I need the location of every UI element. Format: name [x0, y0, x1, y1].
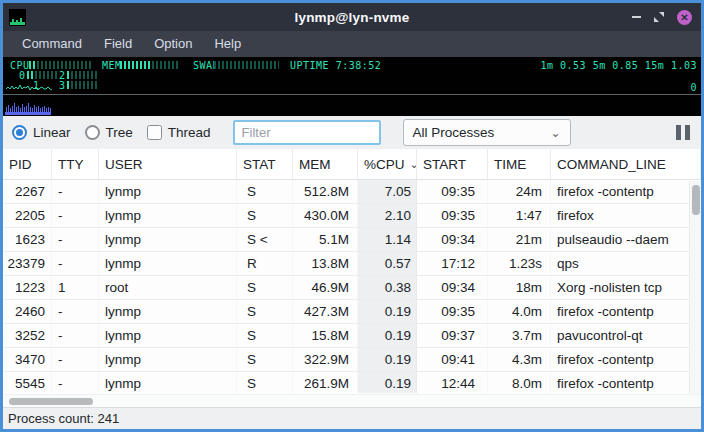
cell-command-line: firefox	[551, 204, 701, 227]
process-scope-select[interactable]: All Processes ⌄	[403, 119, 571, 146]
cell-tty: -	[52, 252, 99, 275]
cell-pid: 1223	[3, 276, 52, 299]
cell-pid: 3252	[3, 324, 52, 347]
restore-down-icon	[653, 11, 665, 23]
cell-time: 24m	[488, 180, 551, 203]
core0-label: 0	[19, 70, 26, 81]
tree-radio[interactable]	[85, 125, 100, 140]
load-histogram	[5, 102, 51, 115]
cell-pid: 2267	[3, 180, 52, 203]
cell-pid: 2460	[3, 300, 52, 323]
app-icon	[9, 9, 26, 26]
cell-mem: 430.0M	[293, 204, 358, 227]
table-row[interactable]: 23379-lynmpR13.8M0.5717:121.23sqps	[3, 252, 701, 276]
vertical-scrollbar-thumb[interactable]	[692, 185, 700, 215]
table-row[interactable]: 2460-lynmpS427.3M0.1909:354.0mfirefox -c…	[3, 300, 701, 324]
cell-mem: 5.1M	[293, 228, 358, 251]
cell-pid: 2205	[3, 204, 52, 227]
linear-radio[interactable]	[12, 125, 27, 140]
cell-tty: 1	[52, 276, 99, 299]
column-header-pid[interactable]: PID	[3, 149, 52, 179]
cell-start: 12:44	[417, 372, 488, 393]
column-header-command-line[interactable]: COMMAND_LINE	[551, 149, 701, 179]
cell-mem: 13.8M	[293, 252, 358, 275]
core2-meter	[67, 71, 97, 79]
menu-option[interactable]: Option	[143, 31, 203, 57]
cell-cpu: 2.10	[358, 204, 417, 227]
pause-button[interactable]	[676, 125, 690, 140]
title-bar[interactable]: lynmp@lyn-nvme ✕	[3, 3, 701, 31]
process-count: Process count: 241	[8, 411, 119, 426]
cell-mem: 46.9M	[293, 276, 358, 299]
uptime-readout: UPTIME 7:38:52	[290, 60, 381, 71]
cell-mem: 322.9M	[293, 348, 358, 371]
horizontal-scrollbar[interactable]	[3, 394, 701, 407]
core1-label: 1	[33, 80, 40, 91]
cell-mem: 512.8M	[293, 180, 358, 203]
cpu-load-sparkline	[6, 81, 52, 92]
cell-pid: 3470	[3, 348, 52, 371]
status-bar: Process count: 241	[3, 407, 701, 429]
cell-cpu: 0.19	[358, 348, 417, 371]
horizontal-scrollbar-thumb[interactable]	[9, 398, 93, 405]
table-row[interactable]: 12231rootS46.9M0.3809:3418mXorg -noliste…	[3, 276, 701, 300]
cell-cpu: 7.05	[358, 180, 417, 203]
cell-command-line: pavucontrol-qt	[551, 324, 701, 347]
chevron-down-icon: ⌄	[551, 126, 561, 140]
cell-time: 4.3m	[488, 348, 551, 371]
column-header-cpu[interactable]: %CPU⌄	[358, 149, 417, 179]
minimize-button[interactable]	[632, 16, 641, 18]
cell-tty: -	[52, 348, 99, 371]
cell-mem: 15.8M	[293, 324, 358, 347]
thread-checkbox[interactable]	[147, 125, 162, 140]
cell-user: lynmp	[99, 300, 237, 323]
cell-stat: R	[237, 252, 293, 275]
mem-label: MEM	[102, 60, 122, 71]
tree-label: Tree	[106, 125, 133, 140]
cell-start: 17:12	[417, 252, 488, 275]
toolbar: Linear Tree Thread All Processes ⌄	[3, 116, 701, 149]
menu-field[interactable]: Field	[93, 31, 143, 57]
cell-tty: -	[52, 228, 99, 251]
linear-label: Linear	[33, 125, 71, 140]
cell-command-line: firefox -contentp	[551, 300, 701, 323]
cell-stat: S <	[237, 228, 293, 251]
column-header-start[interactable]: START	[417, 149, 488, 179]
column-header-tty[interactable]: TTY	[52, 149, 99, 179]
cell-command-line: firefox -contentp	[551, 372, 701, 393]
cell-start: 09:34	[417, 276, 488, 299]
table-row[interactable]: 3252-lynmpS15.8M0.1909:373.7mpavucontrol…	[3, 324, 701, 348]
menu-help[interactable]: Help	[203, 31, 252, 57]
filter-input[interactable]	[233, 120, 381, 145]
cell-time: 18m	[488, 276, 551, 299]
cell-start: 09:35	[417, 204, 488, 227]
cpu-meter	[29, 61, 91, 69]
cell-time: 3.7m	[488, 324, 551, 347]
table-row[interactable]: 2267-lynmpS512.8M7.0509:3524mfirefox -co…	[3, 180, 701, 204]
cell-time: 21m	[488, 228, 551, 251]
cell-start: 09:37	[417, 324, 488, 347]
table-row[interactable]: 2205-lynmpS430.0M2.1009:351:47firefox	[3, 204, 701, 228]
menu-command[interactable]: Command	[11, 31, 93, 57]
table-row[interactable]: 5545-lynmpS261.9M0.1912:448.0mfirefox -c…	[3, 372, 701, 393]
table-body: 2267-lynmpS512.8M7.0509:3524mfirefox -co…	[3, 180, 701, 393]
close-button[interactable]: ✕	[677, 10, 692, 25]
cell-time: 1.23s	[488, 252, 551, 275]
column-header-stat[interactable]: STAT	[237, 149, 293, 179]
cell-stat: S	[237, 180, 293, 203]
cell-tty: -	[52, 300, 99, 323]
cell-stat: S	[237, 324, 293, 347]
table-header: PID TTY USER STAT MEM %CPU⌄ START TIME C…	[3, 149, 701, 180]
column-header-time[interactable]: TIME	[488, 149, 551, 179]
cell-mem: 261.9M	[293, 372, 358, 393]
table-row[interactable]: 3470-lynmpS322.9M0.1909:414.3mfirefox -c…	[3, 348, 701, 372]
column-header-mem[interactable]: MEM	[293, 149, 358, 179]
cell-user: lynmp	[99, 252, 237, 275]
cell-tty: -	[52, 372, 99, 393]
cell-stat: S	[237, 300, 293, 323]
table-row[interactable]: 1623-lynmpS <5.1M1.1409:3421mpulseaudio …	[3, 228, 701, 252]
cell-cpu: 0.19	[358, 372, 417, 393]
restore-button[interactable]	[653, 11, 665, 23]
vertical-scrollbar[interactable]	[689, 181, 701, 394]
column-header-user[interactable]: USER	[99, 149, 237, 179]
